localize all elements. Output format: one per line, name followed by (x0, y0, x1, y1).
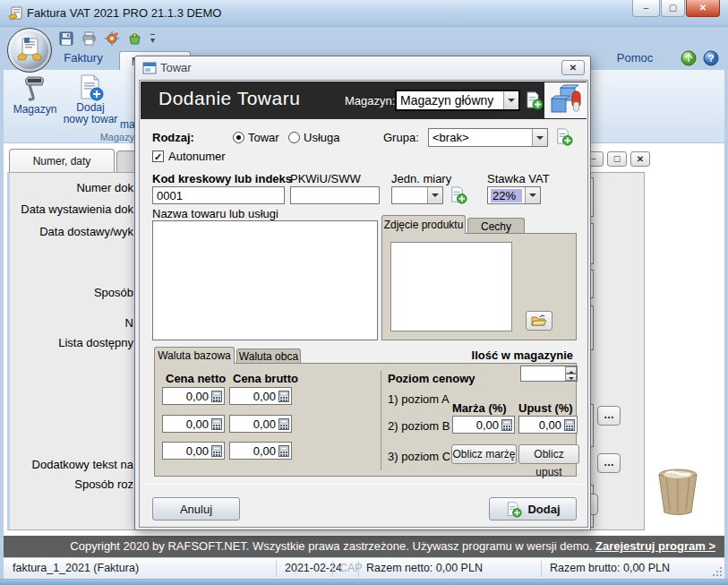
dialog-icon (142, 62, 157, 74)
settings-gear-icon[interactable] (105, 31, 119, 46)
autonumer-label[interactable]: Autonumer (168, 150, 226, 163)
ribbon-button-magazyn[interactable]: Magazyn (9, 72, 61, 138)
dialog-header-band: Dodanie Towaru Magazyn: Magazyn główny (141, 82, 587, 119)
app-icon (8, 5, 24, 22)
photo-panel (381, 233, 577, 340)
pkwiu-input[interactable] (290, 186, 380, 204)
shop-basket-icon[interactable] (127, 31, 142, 46)
stock-quantity-spinner[interactable] (520, 366, 578, 382)
browse-ellipsis-button[interactable]: … (597, 406, 621, 426)
application-menu-button[interactable] (7, 28, 52, 73)
cena-brutto-input-2[interactable]: 0,00 (229, 415, 292, 433)
tab-pomoc[interactable]: Pomoc (611, 51, 659, 65)
help-icon[interactable]: ? (703, 50, 719, 66)
nazwa-textarea[interactable] (152, 220, 378, 340)
rodzaj-label: Rodzaj: (152, 131, 194, 144)
minimize-button[interactable]: – (632, 0, 660, 17)
print-icon[interactable] (81, 31, 97, 46)
calculator-icon[interactable] (501, 419, 512, 431)
ribbon-button-dodaj-nowy-towar[interactable]: Dodaj nowy towar (63, 72, 118, 138)
oblicz-upust-button[interactable]: Oblicz upust (518, 444, 579, 464)
tab-cechy[interactable]: Cechy (467, 218, 525, 234)
add-grupa-icon[interactable] (554, 127, 573, 146)
chevron-down-icon[interactable] (525, 187, 540, 203)
update-globe-icon[interactable] (681, 50, 697, 66)
chevron-down-icon[interactable] (427, 187, 442, 203)
open-image-button[interactable] (526, 311, 552, 331)
window-title: Faktura VAT 2021 PRO 21.1.3 DEMO (27, 6, 221, 20)
calculator-icon[interactable] (278, 391, 289, 402)
application-window: Faktura VAT 2021 PRO 21.1.3 DEMO – ▢ ✕ (0, 0, 728, 585)
trash-bin-icon[interactable] (655, 468, 700, 516)
radio-usluga[interactable] (288, 132, 300, 143)
panel-divider (381, 371, 381, 470)
upust-input[interactable]: 0,00 (518, 416, 578, 434)
browse-ellipsis-button[interactable]: … (597, 453, 621, 473)
marza-input[interactable]: 0,00 (452, 416, 515, 434)
tab-waluta-bazowa[interactable]: Waluta bazowa (154, 347, 235, 364)
vat-select[interactable]: 22% (487, 186, 541, 204)
add-jedn-icon[interactable] (449, 185, 467, 204)
add-item-icon (505, 501, 522, 518)
add-magazyn-icon[interactable] (524, 90, 544, 110)
autonumer-checkbox[interactable]: ✓ (152, 151, 164, 162)
save-icon[interactable] (59, 31, 73, 46)
cena-netto-input-3[interactable]: 0,00 (162, 442, 225, 460)
calculator-icon[interactable] (211, 418, 222, 430)
form-label: Sposób roz (74, 477, 133, 491)
radio-towar-label[interactable]: Towar (248, 131, 279, 144)
calculator-icon[interactable] (278, 445, 289, 457)
mdi-close-button[interactable]: ✕ (630, 151, 650, 167)
radio-usluga-label[interactable]: Usługa (304, 131, 339, 144)
resize-grip[interactable] (713, 567, 722, 576)
tab-faktury[interactable]: Faktury (52, 51, 115, 65)
doc-tab-numer-daty[interactable]: Numer, daty (9, 149, 115, 172)
calculator-icon[interactable] (211, 445, 222, 457)
anuluj-button[interactable]: Anuluj (152, 497, 240, 520)
spinner-down-icon[interactable] (565, 374, 577, 381)
ribbon-button-dodaj-label: Dodaj nowy towar (63, 102, 118, 125)
maximize-button[interactable]: ▢ (661, 0, 685, 17)
form-label: N (125, 316, 133, 330)
kod-label: Kod kreskowy lub indeks (152, 172, 292, 185)
close-button[interactable]: ✕ (686, 0, 720, 17)
spinner-up-icon[interactable] (565, 366, 577, 374)
radio-towar[interactable] (233, 132, 244, 143)
cena-netto-input-2[interactable]: 0,00 (162, 415, 225, 433)
oblicz-marze-button[interactable]: Oblicz marżę (451, 444, 517, 464)
calculator-icon[interactable] (211, 391, 222, 402)
tab-zdjecie-produktu[interactable]: Zdjęcie produktu (381, 215, 466, 234)
dialog-close-button[interactable]: ✕ (561, 60, 585, 75)
cena-brutto-input-1[interactable]: 0,00 (229, 387, 292, 405)
dialog-titlebar[interactable]: Towar ✕ (135, 56, 590, 80)
calculator-icon[interactable] (278, 418, 289, 430)
chevron-down-icon[interactable] (532, 129, 547, 146)
mdi-restore-button[interactable]: ▢ (607, 151, 627, 167)
vat-select-value: 22% (491, 189, 522, 202)
barcode-scanner-icon (21, 73, 49, 102)
cena-brutto-input-3[interactable]: 0,00 (229, 442, 292, 460)
grupa-select-value: <brak> (433, 131, 530, 144)
jedn-miary-select[interactable] (391, 186, 443, 204)
grupa-select[interactable]: <brak> (428, 128, 548, 147)
copyright-text: Copyright 2020 by RAFSOFT.NET. Wszystkie… (70, 539, 592, 553)
kod-input[interactable]: 0001 (152, 186, 285, 204)
grupa-label: Grupa: (383, 131, 419, 144)
chevron-down-icon[interactable] (503, 91, 518, 109)
calculator-icon[interactable] (564, 419, 575, 431)
register-program-link[interactable]: Zarejestruj program > (595, 539, 715, 553)
window-titlebar[interactable]: Faktura VAT 2021 PRO 21.1.3 DEMO – ▢ ✕ (0, 0, 728, 27)
tab-waluta-obca[interactable]: Waluta obca (236, 348, 301, 364)
magazyn-select[interactable]: Magazyn główny (395, 90, 520, 111)
cena-netto-input-1[interactable]: 0,00 (162, 387, 225, 405)
magazyn-label: Magazyn: (345, 94, 395, 108)
product-image-placeholder (390, 242, 512, 331)
stawka-vat-label: Stawka VAT (487, 172, 550, 185)
dodaj-button[interactable]: Dodaj (489, 497, 577, 520)
qat-customize-icon[interactable]: ▾ (150, 34, 155, 44)
product-icon-tile (544, 82, 587, 118)
form-label: Sposób (94, 286, 133, 299)
new-item-icon (77, 73, 104, 102)
ribbon-button-magazyn-label: Magazyn (9, 103, 61, 116)
folder-open-icon (531, 314, 547, 327)
